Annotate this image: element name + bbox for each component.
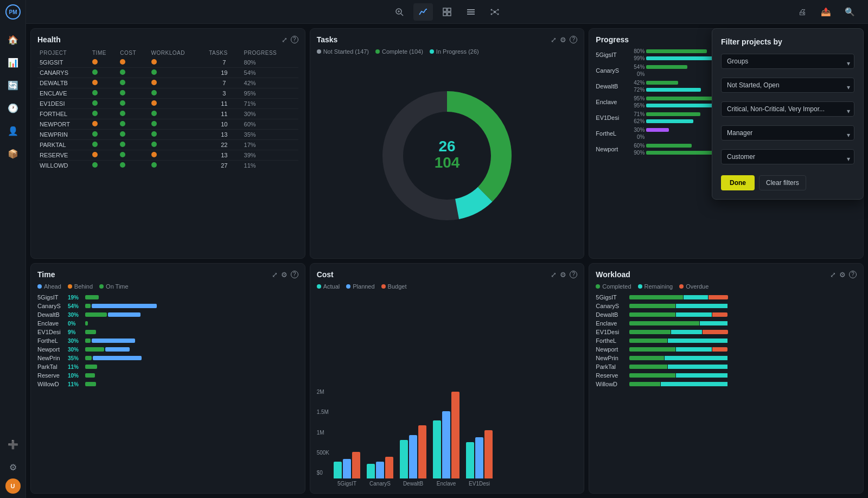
- health-cell-workload: [149, 150, 207, 161]
- donut-chart: 26 104 147: [376, 85, 518, 226]
- topnav-share-icon[interactable]: 📤: [816, 3, 835, 21]
- health-cell-time: [90, 150, 118, 161]
- cost-gear-icon[interactable]: ⚙: [560, 271, 566, 279]
- progress-pct1: 95%: [629, 95, 644, 101]
- sidebar-item-dashboard[interactable]: 📊: [3, 53, 23, 72]
- sidebar-item-users[interactable]: 👤: [3, 121, 23, 141]
- time-row-bars: [85, 295, 298, 299]
- health-cell-time: [90, 130, 118, 140]
- health-row: ENCLAVE 3 95%: [37, 88, 298, 99]
- filter-clear-button[interactable]: Clear filters: [759, 175, 806, 190]
- sidebar-item-settings[interactable]: ⚙: [3, 457, 23, 477]
- time-rows: 5GigsIT 19% CanaryS 54% DewaltB 30% Encl…: [37, 294, 298, 390]
- workload-row: 5GigsIT: [596, 294, 857, 301]
- sidebar-item-history[interactable]: 🕐: [3, 98, 23, 118]
- time-row-bars: [85, 373, 298, 378]
- time-row-pct: 11%: [68, 381, 83, 387]
- health-cell-workload: [149, 68, 207, 78]
- time-legend-ahead: Ahead: [37, 283, 61, 290]
- time-help-icon[interactable]: ?: [291, 271, 298, 278]
- time-row-bars: [85, 347, 298, 352]
- health-cell-workload: [149, 99, 207, 109]
- topnav-chart-icon[interactable]: [413, 3, 433, 21]
- cost-bar-budget: [451, 392, 459, 478]
- cost-group: DewaltB: [400, 425, 426, 487]
- health-cell-cost: [118, 150, 149, 161]
- topnav-search-right-icon[interactable]: 🔍: [840, 3, 859, 21]
- progress-row-name: Enclave: [596, 99, 627, 105]
- filter-title: Filter projects by: [721, 37, 854, 46]
- sidebar-item-packages[interactable]: 📦: [3, 144, 23, 163]
- user-avatar[interactable]: U: [5, 478, 21, 494]
- cost-expand-icon[interactable]: ⤢: [551, 271, 557, 279]
- health-help-icon[interactable]: ?: [291, 36, 298, 43]
- workload-legend-dot-completed: [596, 284, 600, 289]
- sidebar-item-updates[interactable]: 🔄: [3, 75, 23, 95]
- health-cell-time: [90, 58, 118, 68]
- workload-panel: Workload ⤢ ⚙ ? Completed Remaining: [589, 263, 864, 494]
- sidebar-item-home[interactable]: 🏠: [3, 30, 23, 49]
- time-gear-icon[interactable]: ⚙: [281, 271, 288, 279]
- topnav-icons: [390, 3, 505, 21]
- filter-actions: Done Clear filters: [721, 175, 854, 190]
- health-cell-progress: 60%: [242, 119, 298, 130]
- progress-row-name: EV1Desi: [596, 114, 627, 121]
- groups-select[interactable]: Groups: [721, 54, 854, 69]
- health-cell-name: EV1DESI: [37, 99, 90, 109]
- cost-bar-budget: [418, 425, 426, 478]
- health-row: PARKTAL 22 17%: [37, 140, 298, 150]
- filter-done-button[interactable]: Done: [721, 175, 755, 190]
- time-row-bars: [85, 312, 298, 317]
- health-cell-time: [90, 88, 118, 99]
- topnav-grid-icon[interactable]: [437, 3, 457, 21]
- tasks-help-icon[interactable]: ?: [570, 36, 577, 43]
- cost-bars: 5GigsIT CanaryS DewaltB Enclave EV1Desi: [334, 378, 577, 487]
- health-cell-workload: [149, 161, 207, 171]
- topnav-network-icon[interactable]: [485, 3, 505, 21]
- workload-row: ParkTal: [596, 363, 857, 370]
- health-panel-icons: ⤢ ?: [282, 36, 298, 44]
- progress-row-name: FortheL: [596, 130, 627, 137]
- workload-help-icon[interactable]: ?: [849, 271, 857, 278]
- health-cell-tasks: 3: [207, 88, 241, 99]
- progress-row-name: DewaltB: [596, 83, 627, 90]
- legend-dot-complete: [375, 49, 380, 54]
- time-legend-label-behind: Behind: [74, 283, 93, 290]
- topnav-table-icon[interactable]: [461, 3, 481, 21]
- cost-bar-planned: [409, 435, 417, 478]
- cost-help-icon[interactable]: ?: [570, 271, 577, 278]
- health-table: PROJECT TIME COST WORKLOAD TASKS PROGRES…: [37, 48, 298, 170]
- health-row: FORTHEL 11 30%: [37, 109, 298, 119]
- progress-pct1: 80%: [629, 48, 644, 54]
- health-row: EV1DESI 11 71%: [37, 99, 298, 109]
- workload-row-bars: [629, 312, 857, 317]
- sidebar-item-add[interactable]: ➕: [3, 435, 23, 454]
- donut-container: 26 104 147: [317, 59, 578, 252]
- legend-complete: Complete (104): [375, 48, 423, 55]
- time-row-name: Enclave: [37, 320, 66, 327]
- topnav-search-icon[interactable]: [390, 3, 409, 21]
- cost-x-label: CanaryS: [369, 481, 391, 487]
- health-expand-icon[interactable]: ⤢: [282, 36, 288, 44]
- priority-select[interactable]: Critical, Non-Critical, Very Impor...: [721, 101, 854, 117]
- topnav-print-icon[interactable]: 🖨: [792, 3, 812, 21]
- customer-select[interactable]: Customer: [721, 149, 854, 164]
- time-expand-icon[interactable]: ⤢: [272, 271, 278, 279]
- cost-header: Cost ⤢ ⚙ ?: [317, 270, 578, 279]
- tasks-gear-icon[interactable]: ⚙: [560, 36, 566, 44]
- health-cell-time: [90, 161, 118, 171]
- workload-expand-icon[interactable]: ⤢: [830, 271, 836, 279]
- status-select[interactable]: Not Started, Open: [721, 78, 854, 93]
- workload-row-name: EV1Desi: [596, 329, 627, 335]
- workload-gear-icon[interactable]: ⚙: [839, 271, 846, 279]
- app-logo[interactable]: PM: [5, 4, 21, 20]
- workload-row-bars: [629, 347, 857, 352]
- time-legend-dot-behind: [68, 284, 72, 289]
- time-row-bars: [85, 330, 298, 334]
- workload-row-bars: [629, 295, 857, 299]
- manager-select[interactable]: Manager: [721, 125, 854, 141]
- cost-y-axis: 2M 1.5M 1M 500K $0: [317, 389, 329, 487]
- tasks-expand-icon[interactable]: ⤢: [551, 36, 557, 44]
- health-cell-cost: [118, 161, 149, 171]
- health-header: Health ⤢ ?: [37, 35, 298, 44]
